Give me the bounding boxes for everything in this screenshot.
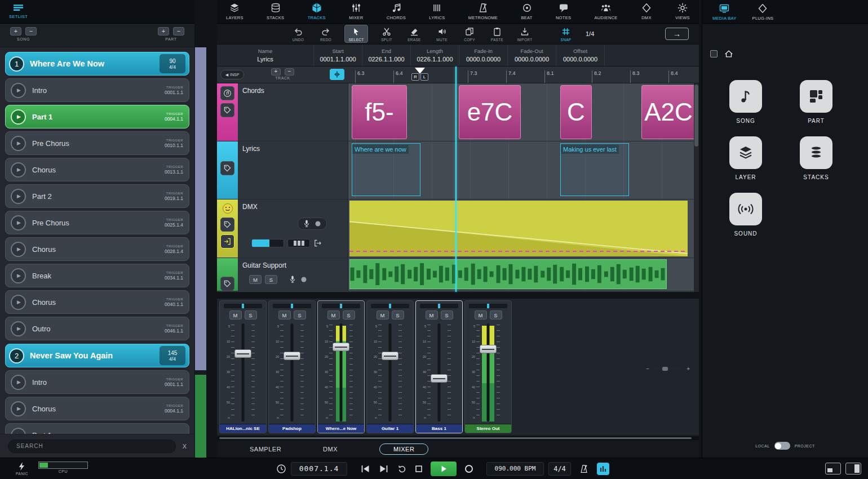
mute-tool-button[interactable]: MUTE: [433, 26, 451, 42]
remove-track-button[interactable]: −: [285, 68, 294, 76]
marker-l-flag[interactable]: L: [420, 73, 428, 81]
info-offset-field[interactable]: Offset 0000.0.0000: [556, 45, 605, 66]
tab-mixer-lower[interactable]: MIXER: [379, 443, 428, 455]
mixer-channel-4[interactable]: M S 51020304050∞ Guitar 1: [366, 300, 414, 433]
play-icon[interactable]: ▶: [11, 136, 26, 151]
search-input[interactable]: [8, 440, 176, 453]
follow-playhead-button[interactable]: →: [665, 28, 689, 40]
setlist-tab[interactable]: SETLIST: [9, 4, 28, 19]
zoom-slider[interactable]: [652, 368, 684, 370]
zoom-in-button[interactable]: +: [687, 366, 690, 372]
chord-clip[interactable]: A2C: [641, 85, 696, 139]
tab-media-bay[interactable]: MEDIA BAY: [712, 3, 737, 21]
chord-clip[interactable]: f5-: [352, 85, 407, 139]
pan-control[interactable]: [273, 304, 311, 308]
mute-button[interactable]: M: [475, 311, 487, 320]
dmx-clip-lane[interactable]: [348, 199, 699, 258]
song-item-2[interactable]: 2 Never Saw You Again 145 4/4: [5, 344, 189, 367]
copy-button[interactable]: COPY: [460, 26, 479, 42]
play-icon[interactable]: ▶: [11, 162, 26, 178]
tab-plug-ins[interactable]: PLUG-INS: [752, 3, 774, 21]
media-tile-stacks[interactable]: STACKS: [787, 136, 845, 180]
tag-icon[interactable]: [220, 103, 234, 117]
info-end-field[interactable]: End 0226.1.1.000: [362, 45, 411, 66]
add-track-button[interactable]: +: [271, 68, 281, 76]
dmx-automation-clip[interactable]: [349, 201, 688, 256]
play-icon[interactable]: ▶: [11, 215, 26, 230]
chords-track-header[interactable]: Chords: [238, 83, 348, 141]
marker-r-flag[interactable]: R: [411, 73, 419, 81]
playhead-cursor[interactable]: [455, 66, 457, 292]
play-icon[interactable]: ▶: [11, 268, 26, 283]
fader-track[interactable]: [487, 323, 490, 422]
panic-button[interactable]: PANIC: [16, 462, 28, 476]
mute-button[interactable]: M: [278, 311, 291, 320]
info-start-field[interactable]: Start 0001.1.1.000: [314, 45, 362, 66]
layout-left-button[interactable]: [825, 463, 841, 474]
guitar-track-header[interactable]: Guitar Support M S: [238, 258, 348, 291]
mixer-channel-stereo-out[interactable]: M S 51020304050∞ Stereo Out: [464, 300, 512, 433]
redo-button[interactable]: REDO: [317, 26, 335, 42]
fader-track[interactable]: [340, 323, 343, 422]
play-icon[interactable]: ▶: [11, 321, 26, 336]
pan-control[interactable]: [469, 304, 507, 308]
fader-track[interactable]: [389, 323, 392, 422]
fader-handle[interactable]: [382, 352, 398, 360]
song-item-1[interactable]: 1 Where Are We Now 90 4/4: [5, 52, 189, 76]
dmx-level-meter[interactable]: [251, 239, 284, 247]
dmx-track-header[interactable]: DMX: [238, 199, 348, 258]
play-button[interactable]: [431, 462, 457, 476]
part-item[interactable]: ▶ Part 2 TRIGGER 0019.1.1: [5, 184, 189, 208]
part-item[interactable]: ▶ Chorus TRIGGER 0028.1.4: [5, 237, 189, 261]
inspector-toggle-button[interactable]: ◀ INSP: [220, 70, 244, 79]
play-icon[interactable]: ▶: [11, 428, 26, 434]
dmx-universe-selector[interactable]: [287, 239, 310, 247]
smiley-light-icon[interactable]: [222, 202, 234, 215]
add-part-button[interactable]: +: [158, 27, 169, 36]
pan-control[interactable]: [371, 304, 409, 308]
tag-icon[interactable]: [220, 218, 234, 232]
fader-track[interactable]: [438, 323, 441, 422]
record-button[interactable]: [464, 464, 474, 474]
tab-notes[interactable]: NOTES: [556, 2, 571, 20]
mic-icon[interactable]: [289, 275, 296, 284]
solo-button[interactable]: S: [392, 311, 404, 320]
media-tile-sound[interactable]: SOUND: [716, 193, 775, 237]
mixer-channel-5[interactable]: M S 51020304050∞ Bass 1: [415, 300, 463, 433]
tab-audience[interactable]: AUDIENCE: [595, 2, 618, 20]
ruler-scale[interactable]: 6.3 6.4 7.3 7.4 8.1 8.2 8.3 8.4 R L: [348, 66, 699, 83]
tag-icon[interactable]: [220, 277, 234, 291]
mixer-channel-2[interactable]: M S 51020304050∞ Padshop: [268, 300, 316, 433]
tag-icon[interactable]: [220, 161, 234, 175]
play-icon[interactable]: ▶: [11, 109, 26, 125]
tab-metronome[interactable]: METRONOME: [468, 2, 498, 20]
mic-icon[interactable]: [303, 219, 311, 228]
dmx-input-icon[interactable]: [220, 234, 234, 249]
locator-marker[interactable]: R L: [411, 68, 428, 81]
skip-back-button[interactable]: [360, 464, 371, 473]
fader-handle[interactable]: [234, 349, 251, 358]
time-position-display[interactable]: 0007.1.4: [291, 462, 347, 476]
media-tile-part[interactable]: PART: [787, 80, 845, 124]
tab-tracks[interactable]: TRACKS: [308, 2, 326, 20]
setlist-scroll-strip[interactable]: [195, 47, 206, 458]
part-item[interactable]: ▶ Chorus TRIGGER 0013.1.1: [5, 158, 189, 181]
play-icon[interactable]: ▶: [11, 242, 26, 257]
pan-control[interactable]: [420, 304, 458, 308]
chord-clip[interactable]: e7C: [459, 85, 521, 139]
zoom-out-button[interactable]: −: [646, 366, 649, 372]
solo-button[interactable]: S: [245, 311, 257, 320]
fader-track[interactable]: [291, 323, 294, 422]
chords-clip-lane[interactable]: f5- e7C C A2C: [348, 83, 699, 141]
record-enable-icon[interactable]: [314, 220, 322, 228]
home-icon[interactable]: [724, 50, 733, 58]
part-item[interactable]: ▶ Pre Chorus TRIGGER 0010.1.1: [5, 131, 189, 155]
select-tool-button[interactable]: SELECT: [344, 25, 368, 43]
snap-button[interactable]: SNAP: [557, 26, 575, 42]
info-name-field[interactable]: Name Lyrics: [217, 45, 314, 66]
erase-tool-button[interactable]: ERASE: [405, 26, 423, 42]
part-item[interactable]: ▶ Pre Chorus TRIGGER 0025.1.4: [5, 211, 189, 234]
tab-dmx[interactable]: DMX: [641, 2, 652, 20]
lyric-clip[interactable]: Making us ever last: [560, 143, 629, 196]
media-tile-layer[interactable]: LAYER: [716, 136, 775, 180]
